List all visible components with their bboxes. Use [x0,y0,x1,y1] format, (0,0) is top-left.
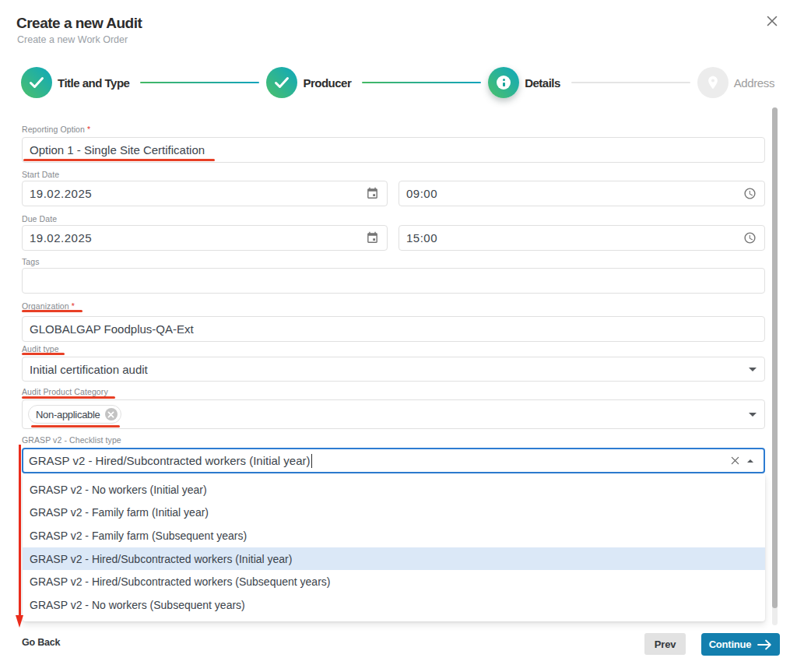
calendar-icon[interactable] [366,187,379,200]
start-date-input[interactable]: 19.02.2025 [22,181,388,206]
close-icon[interactable] [764,12,781,30]
chevron-up-icon [747,459,753,463]
required-asterisk: * [87,125,90,134]
grasp-checklist-value: GRASP v2 - Hired/Subcontracted workers (… [29,454,311,467]
step-producer-label: Producer [303,76,351,90]
start-date-value: 19.02.2025 [30,187,92,200]
organization-label: Organization * [22,301,765,311]
grasp-checklist-input[interactable]: GRASP v2 - Hired/Subcontracted workers (… [22,448,765,473]
step-connector [571,82,690,84]
field-tags: Tags [22,257,765,266]
due-date-label: Due Date [22,214,765,223]
due-date-input[interactable]: 19.02.2025 [22,225,388,251]
due-time-value: 15:00 [406,231,437,245]
prev-button[interactable]: Prev [644,633,686,655]
dropdown-option[interactable]: GRASP v2 - Family farm (Initial year) [23,501,765,525]
dropdown-option[interactable]: GRASP v2 - No workers (Subsequent years) [23,593,765,617]
field-due-date: Due Date 19.02.2025 15:00 [22,214,765,223]
location-pin-icon [705,75,721,90]
audit-product-category-select[interactable]: Non-applicable [22,399,765,429]
dropdown-option[interactable]: GRASP v2 - No workers (Initial year) [23,478,765,501]
organization-input[interactable]: GLOBALGAP Foodplus-QA-Ext [22,316,765,342]
step-producer-circle[interactable] [266,67,297,98]
scrollbar-thumb[interactable] [772,107,778,608]
page-title: Create a new Audit [16,15,142,32]
check-icon [274,76,290,89]
chip-label: Non-applicable [36,409,100,420]
arrow-right-icon [757,639,772,650]
audit-product-category-label: Audit Product Category [22,387,765,396]
step-connector [362,82,481,84]
go-back-button[interactable]: Go Back [22,637,60,648]
due-time-input[interactable]: 15:00 [398,225,765,251]
step-details-label: Details [525,76,560,90]
start-date-label: Start Date [22,170,765,179]
dropdown-option[interactable]: GRASP v2 - Hired/Subcontracted workers (… [23,570,765,593]
clock-icon[interactable] [743,187,757,200]
due-date-value: 19.02.2025 [30,231,92,245]
step-connector [140,82,259,84]
field-label-text: Organization [22,301,69,311]
continue-button[interactable]: Continue [701,633,780,656]
required-asterisk: * [72,301,75,311]
annotation-arrow-head [16,615,23,628]
field-label-text: Reporting Option [22,125,85,134]
start-time-value: 09:00 [406,187,437,200]
field-audit-type: Audit type Initial certification audit [22,344,765,354]
step-details-circle[interactable] [488,67,519,98]
tags-input[interactable] [22,268,765,294]
clock-icon[interactable] [743,231,757,245]
check-icon [29,76,44,89]
step-title-and-type-label: Title and Type [58,76,129,90]
info-icon [497,76,511,90]
audit-type-label: Audit type [22,344,765,354]
field-organization: Organization * GLOBALGAP Foodplus-QA-Ext [22,301,765,311]
audit-type-value: Initial certification audit [30,363,148,376]
dropdown-option[interactable]: GRASP v2 - Family farm (Subsequent years… [23,524,765,547]
dropdown-panel: GRASP v2 - No workers (Initial year)GRAS… [23,473,765,621]
field-start-date: Start Date 19.02.2025 09:00 [22,170,765,179]
field-grasp-checklist: GRASP v2 - Checklist type GRASP v2 - Hir… [22,435,765,445]
reporting-option-value: Option 1 - Single Site Certification [30,143,205,157]
start-time-input[interactable]: 09:00 [398,181,765,206]
chevron-down-icon [749,368,757,371]
dropdown-option[interactable]: GRASP v2 - Hired/Subcontracted workers (… [23,547,765,571]
tags-label: Tags [22,257,765,266]
calendar-icon[interactable] [366,231,379,245]
reporting-option-label: Reporting Option * [22,125,765,134]
step-address-circle[interactable] [697,67,729,98]
chip-remove-icon[interactable] [105,408,118,420]
organization-value: GLOBALGAP Foodplus-QA-Ext [30,322,194,336]
continue-label: Continue [709,639,752,650]
field-reporting-option: Reporting Option * Option 1 - Single Sit… [22,125,765,134]
text-cursor [311,454,313,468]
audit-type-select[interactable]: Initial certification audit [22,357,765,382]
annotation-underline-category [22,396,115,399]
step-address-label: Address [734,76,774,90]
category-chip[interactable]: Non-applicable [28,405,121,424]
field-audit-product-category: Audit Product Category Non-applicable [22,387,765,396]
reporting-option-input[interactable]: Option 1 - Single Site Certification [22,137,765,163]
clear-icon[interactable] [731,456,739,465]
page-subtitle: Create a new Work Order [17,34,128,45]
chevron-down-icon [749,413,757,417]
step-title-and-type-circle[interactable] [21,67,52,98]
grasp-checklist-label: GRASP v2 - Checklist type [22,435,765,445]
stepper: Title and Type Producer Details Address [21,67,774,98]
annotation-arrow-line [19,445,21,615]
